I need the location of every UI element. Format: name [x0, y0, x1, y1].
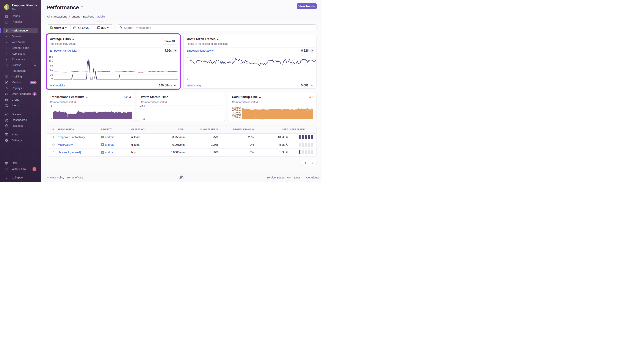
svg-text:1: 1 [186, 56, 188, 59]
svg-text:15s: 15s [49, 55, 53, 58]
svg-text:0: 0 [186, 78, 188, 80]
svg-text:0: 0 [51, 77, 53, 80]
svg-text:3s: 3s [50, 74, 53, 76]
svg-text:0: 0 [143, 118, 145, 120]
svg-text:1ms: 1ms [140, 104, 145, 107]
svg-text:9s: 9s [50, 64, 53, 67]
svg-text:1000ms: 1000ms [232, 116, 241, 118]
svg-text:0: 0 [51, 118, 52, 120]
svg-text:1: 1 [51, 104, 52, 107]
svg-text:6s: 6s [50, 69, 53, 72]
svg-text:12s: 12s [49, 60, 53, 62]
